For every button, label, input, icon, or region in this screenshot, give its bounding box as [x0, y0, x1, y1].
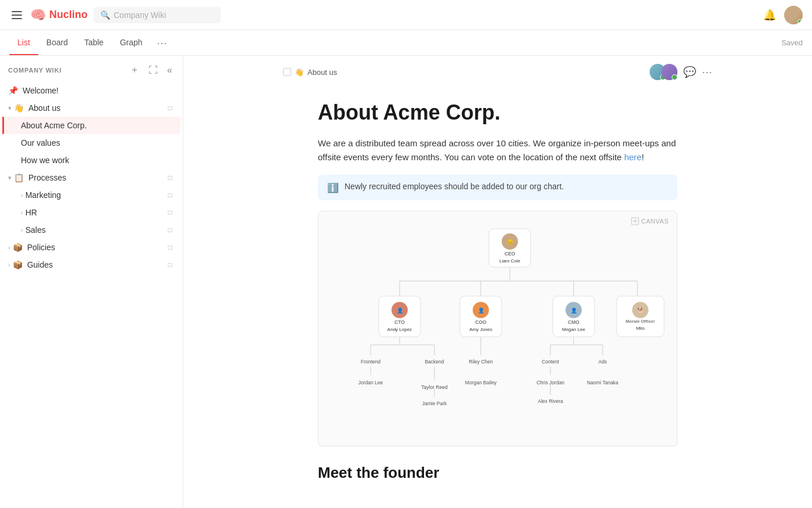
- content-area: 👋 About us 💬 ⋯ About Acme Corp. We are a…: [183, 56, 812, 508]
- sidebar-item-how-we-work[interactable]: How we work: [2, 152, 180, 169]
- book-icon: 📦: [13, 260, 23, 269]
- sidebar-item-welcome[interactable]: 📌 Welcome!: [2, 82, 180, 99]
- sidebar-add-button[interactable]: ＋: [128, 63, 142, 77]
- breadcrumb-text: About us: [307, 68, 337, 77]
- sidebar-item-sales-label: Sales: [26, 225, 168, 235]
- sidebar-expand-button[interactable]: ⛶: [146, 63, 160, 77]
- tab-board[interactable]: Board: [38, 30, 76, 55]
- sidebar-item-policies[interactable]: › 📦 Policies □: [2, 239, 180, 256]
- clipboard-icon: 📋: [14, 173, 24, 182]
- more-options-icon[interactable]: ⋯: [702, 66, 712, 78]
- tab-table[interactable]: Table: [76, 30, 111, 55]
- sidebar-item-processes[interactable]: ▾ 📋 Processes □: [2, 169, 180, 186]
- app-name: Nuclino: [49, 9, 88, 21]
- app-logo[interactable]: 🧠 Nuclino: [30, 8, 88, 23]
- user-avatar[interactable]: [784, 6, 803, 24]
- sidebar: COMPANY WIKI ＋ ⛶ « 📌 Welcome! ▾ 👋 About …: [0, 56, 183, 508]
- breadcrumb: 👋 About us: [283, 68, 337, 77]
- pin-icon: 📌: [8, 86, 18, 95]
- sidebar-item-our-values[interactable]: Our values: [2, 134, 180, 152]
- chat-icon[interactable]: 💬: [683, 66, 696, 78]
- svg-text:COO: COO: [475, 319, 487, 325]
- sidebar-title: COMPANY WIKI: [8, 67, 61, 74]
- body-text-1: We are a distributed team spread across …: [318, 138, 676, 162]
- sidebar-item-check: □: [168, 104, 172, 112]
- sidebar-item-about-us[interactable]: ▾ 👋 About us □: [2, 99, 180, 117]
- svg-text:Jordan Lee: Jordan Lee: [358, 380, 383, 385]
- svg-text:Content: Content: [542, 359, 559, 365]
- svg-text:Andy Lopez: Andy Lopez: [387, 327, 412, 332]
- sidebar-policies-check: □: [168, 243, 172, 251]
- active-indicator: [2, 117, 4, 134]
- breadcrumb-icon: 👋: [295, 68, 304, 77]
- svg-text:Milo: Milo: [636, 326, 645, 331]
- tab-graph[interactable]: Graph: [112, 30, 151, 55]
- topbar-left: 🧠 Nuclino 🔍 Company Wiki: [9, 7, 221, 23]
- topbar-right: 🔔: [763, 6, 803, 24]
- hamburger-menu[interactable]: [9, 9, 24, 21]
- online-status-dot: [798, 19, 802, 24]
- page-title: About Acme Corp.: [318, 100, 677, 125]
- svg-text:🐕: 🐕: [637, 307, 644, 314]
- breadcrumb-checkbox[interactable]: [283, 68, 291, 76]
- svg-text:Backend: Backend: [425, 359, 444, 365]
- svg-text:👤: 👤: [478, 307, 485, 314]
- svg-text:CTO: CTO: [394, 319, 405, 325]
- search-placeholder: Company Wiki: [114, 10, 166, 20]
- sidebar-item-sales[interactable]: › Sales □: [2, 221, 180, 239]
- sidebar-item-hr-label: HR: [26, 208, 168, 217]
- sidebar-item-processes-label: Processes: [28, 173, 168, 182]
- sidebar-item-marketing-label: Marketing: [26, 190, 168, 200]
- sidebar-item-policies-label: Policies: [27, 243, 168, 252]
- svg-text:Naomi Tanaka: Naomi Tanaka: [587, 380, 618, 385]
- chevron-right-icon2: ›: [21, 209, 23, 216]
- svg-text:😊: 😊: [507, 239, 514, 246]
- tab-more-button[interactable]: ⋯: [153, 37, 171, 49]
- sidebar-guides-check: □: [168, 261, 172, 269]
- svg-text:Morale Officer: Morale Officer: [626, 319, 655, 324]
- canvas-container: CANVAS: [318, 211, 677, 446]
- svg-text:Liam Cole: Liam Cole: [499, 258, 521, 264]
- tab-list[interactable]: List: [9, 30, 38, 55]
- sidebar-item-acme-label: About Acme Corp.: [21, 121, 172, 130]
- svg-text:CMO: CMO: [568, 319, 579, 325]
- sidebar-item-hr[interactable]: › HR □: [2, 204, 180, 221]
- sidebar-marketing-check: □: [168, 191, 172, 199]
- collaborator-avatar-2: [661, 64, 677, 80]
- sidebar-item-guides-label: Guides: [27, 260, 168, 269]
- sidebar-item-about-acme[interactable]: About Acme Corp.: [2, 117, 180, 134]
- chevron-right-icon4: ›: [8, 244, 10, 251]
- sidebar-item-marketing[interactable]: › Marketing □: [2, 186, 180, 204]
- sidebar-collapse-button[interactable]: «: [165, 63, 175, 77]
- search-bar[interactable]: 🔍 Company Wiki: [93, 7, 221, 23]
- svg-text:Frontend: Frontend: [361, 359, 380, 365]
- box-icon: 📦: [13, 243, 23, 252]
- svg-text:CEO: CEO: [505, 251, 516, 257]
- info-box-text: Newly recruited employees should be adde…: [345, 182, 564, 191]
- svg-text:Riley Chen: Riley Chen: [469, 359, 493, 365]
- section2-title: Meet the founder: [318, 464, 677, 482]
- search-icon: 🔍: [100, 10, 110, 20]
- svg-text:Ads: Ads: [599, 359, 607, 365]
- sidebar-sales-check: □: [168, 226, 172, 234]
- svg-text:Morgan Bailey: Morgan Bailey: [465, 380, 497, 385]
- tab-bar: List Board Table Graph ⋯ Saved: [0, 30, 812, 56]
- sidebar-processes-check: □: [168, 174, 172, 182]
- sidebar-item-label: Welcome!: [23, 86, 172, 95]
- info-box: ℹ️ Newly recruited employees should be a…: [318, 175, 677, 200]
- chevron-right-icon5: ›: [8, 261, 10, 268]
- svg-text:Jamie Park: Jamie Park: [422, 401, 447, 406]
- sidebar-hr-check: □: [168, 208, 172, 217]
- info-icon: ℹ️: [327, 182, 339, 193]
- body-text-2: !: [641, 152, 644, 162]
- notification-bell-icon[interactable]: 🔔: [763, 9, 776, 21]
- chevron-down-icon2: ▾: [8, 174, 12, 182]
- sidebar-header: COMPANY WIKI ＋ ⛶ «: [0, 56, 183, 82]
- sidebar-item-guides[interactable]: › 📦 Guides □: [2, 256, 180, 273]
- main-area: COMPANY WIKI ＋ ⛶ « 📌 Welcome! ▾ 👋 About …: [0, 56, 812, 508]
- sidebar-item-hww-label: How we work: [21, 156, 172, 165]
- page-body: We are a distributed team spread across …: [318, 136, 677, 164]
- sidebar-item-values-label: Our values: [21, 138, 172, 147]
- sidebar-actions: ＋ ⛶ «: [128, 63, 175, 77]
- here-link[interactable]: here: [624, 152, 641, 162]
